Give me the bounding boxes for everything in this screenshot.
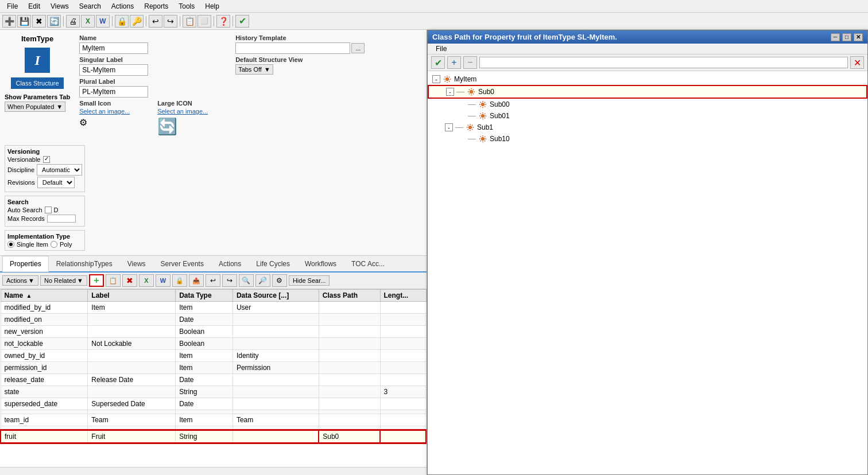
large-icon-link[interactable]: Select an image... [157,108,226,115]
table-row[interactable]: not_lockableNot LockableBoolean [1,338,426,350]
tab-life-cycles[interactable]: Life Cycles [249,256,297,271]
table-row[interactable]: team_idTeamItemTeam [1,414,426,426]
menu-actions[interactable]: Actions [107,1,138,11]
toolbar-refresh-btn[interactable]: 🔄 [47,15,61,28]
toolbar-print-btn[interactable]: 🖨 [66,15,80,28]
tree-item[interactable]: - Sub0 [428,85,867,99]
toolbar-word-btn[interactable]: W [96,15,110,28]
auto-search-checkbox[interactable] [45,207,52,213]
toolbar-excel-btn[interactable]: X [81,15,95,28]
lock-prop-btn[interactable]: 🔒 [172,274,187,287]
show-params-dropdown[interactable]: When Populated ▼ [5,102,65,112]
col-header-class-path[interactable]: Class Path [319,290,380,302]
table-row[interactable]: fruitFruitStringSub0 [1,430,426,443]
tab-toc-acc[interactable]: TOC Acc... [344,256,392,271]
add-property-btn[interactable]: + [89,274,104,287]
tab-views[interactable]: Views [120,256,153,271]
menu-edit[interactable]: Edit [24,1,45,11]
undo-prop-btn[interactable]: ↩ [206,274,220,287]
default-structure-dropdown[interactable]: Tabs Off ▼ [235,64,273,75]
dialog-close-btn[interactable]: ✕ [854,33,863,41]
table-row[interactable]: modified_by_idItemItemUser [1,302,426,314]
tab-actions[interactable]: Actions [211,256,249,271]
toolbar-redo-btn[interactable]: ↪ [164,15,177,28]
dialog-file-menu[interactable]: File [431,44,451,54]
revisions-select[interactable]: Default [37,177,75,188]
actions-dropdown-btn[interactable]: Actions ▼ [2,275,38,286]
table-row[interactable]: modified_onDate [1,314,426,326]
menu-file[interactable]: File [2,1,22,11]
tab-properties[interactable]: Properties [2,256,49,272]
col-header-length[interactable]: Lengt... [380,290,426,302]
col-header-data-type[interactable]: Data Type [176,290,233,302]
horizontal-scrollbar[interactable] [0,467,427,475]
col-header-data-source[interactable]: Data Source [...] [232,290,319,302]
table-row[interactable]: new_versionBoolean [1,326,426,338]
tree-toggle-btn[interactable]: - [446,88,454,96]
toolbar-paste-btn[interactable]: ⬜ [197,15,211,28]
table-row[interactable]: stateString3 [1,386,426,398]
table-row[interactable] [1,410,426,414]
tree-item[interactable]: - Sub1 [428,122,867,133]
impl-poly-radio[interactable] [51,241,57,248]
tab-server-events[interactable]: Server Events [153,256,211,271]
filter-btn[interactable]: ⚙ [272,274,287,287]
tree-item[interactable]: Sub00 [428,99,867,110]
tree-item[interactable]: Sub10 [428,133,867,145]
menu-help[interactable]: Help [200,1,224,11]
dialog-minimize-btn[interactable]: ─ [831,33,840,41]
dialog-confirm-btn[interactable]: ✔ [431,56,445,69]
delete-property-btn[interactable]: ✖ [122,274,137,287]
history-template-dots-btn[interactable]: ... [351,43,365,53]
toolbar-copy-btn[interactable]: 📋 [183,15,196,28]
toolbar-help-btn[interactable]: ❓ [216,15,230,28]
tree-item[interactable]: Sub01 [428,110,867,122]
class-structure-button[interactable]: Class Structure [11,77,63,89]
word-export-btn[interactable]: W [156,274,170,287]
dialog-maximize-btn[interactable]: □ [842,33,851,41]
excel-export-btn[interactable]: X [139,274,154,287]
toolbar-unlock-btn[interactable]: 🔑 [130,15,144,28]
toolbar-save-btn[interactable]: 💾 [17,15,31,28]
tree-toggle-btn[interactable]: - [445,123,453,131]
menu-tools[interactable]: Tools [174,1,199,11]
no-related-btn[interactable]: No Related ▼ [40,275,87,286]
toolbar-delete-btn[interactable]: ✖ [32,15,46,28]
search-prop-btn[interactable]: 🔍 [239,274,254,287]
name-input[interactable] [79,42,148,54]
toolbar-add-btn[interactable]: ➕ [2,15,16,28]
toolbar-lock-btn[interactable]: 🔒 [115,15,129,28]
menu-reports[interactable]: Reports [140,1,173,11]
singular-input[interactable] [79,64,148,76]
menu-views[interactable]: Views [46,1,73,11]
small-icon-link[interactable]: Select an image... [79,108,148,115]
toolbar-confirm-btn[interactable]: ✔ [235,15,249,28]
col-header-label[interactable]: Label [88,290,176,302]
table-row[interactable]: permission_idItemPermission [1,362,426,374]
unlock-prop-btn[interactable]: 📤 [189,274,204,287]
col-header-name[interactable]: Name ▲ [1,290,88,302]
history-template-input[interactable] [235,42,350,54]
redo-prop-btn[interactable]: ↪ [222,274,237,287]
tree-toggle-btn[interactable]: - [432,75,440,83]
table-row[interactable]: release_dateRelease DateDate [1,374,426,386]
table-row[interactable]: owned_by_idItemIdentity [1,350,426,362]
tree-item[interactable]: - MyItem [428,73,867,85]
max-records-input[interactable] [47,215,76,223]
hide-search-btn[interactable]: Hide Sear... [289,275,330,286]
dialog-add-btn[interactable]: + [447,56,461,69]
tab-relationship-types[interactable]: RelationshipTypes [49,256,120,271]
dialog-search-input[interactable] [479,57,848,68]
copy-property-btn[interactable]: 📋 [106,274,121,287]
dialog-cancel-btn[interactable]: ✕ [850,56,864,69]
dialog-minus-btn[interactable]: − [463,56,477,69]
table-row[interactable]: superseded_dateSuperseded DateDate [1,398,426,410]
menu-search[interactable]: Search [75,1,106,11]
plural-input[interactable] [79,86,148,98]
table-row[interactable] [1,426,426,431]
toolbar-undo-btn[interactable]: ↩ [149,15,162,28]
tab-workflows[interactable]: Workflows [297,256,344,271]
discipline-select[interactable]: Automatic [37,164,82,176]
versionable-checkbox[interactable] [43,156,50,163]
clear-search-btn[interactable]: 🔎 [255,274,270,287]
